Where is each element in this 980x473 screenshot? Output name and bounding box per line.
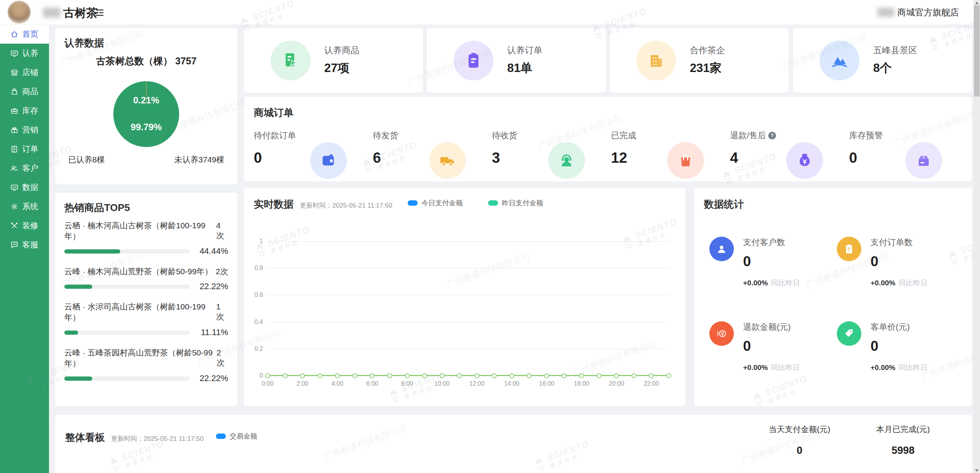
page-title: 古树茶 [63,5,98,21]
realtime-title: 实时数据 [254,198,294,211]
product-count: 4次 [216,221,228,241]
chart-gridline [268,349,669,349]
series-line [268,375,669,376]
top5-item: 云峰 · 楠木河高山荒野茶（树龄50-99年）2次 22.22% [64,266,228,291]
stat-label: 五峰县景区 [873,44,917,56]
sidebar-item-decorate[interactable]: 装修 [0,216,49,235]
today-payment-stat: 当天支付金额(元) 0 [769,424,830,457]
top5-item: 云峰 · 五峰茶园村高山荒野茶（树龄50-99年）2次 22.22% [64,347,228,383]
sidebar-item-system[interactable]: 系统 [0,197,49,216]
title-blurred-part [43,8,60,18]
refund-help-icon[interactable]: ? [768,132,776,139]
stat-label: 合作茶企 [690,44,725,56]
headset-person-icon [548,142,585,179]
sidebar-item-customers[interactable]: 客户 [0,159,49,178]
data-point-marker [579,373,584,378]
x-axis-tick-label: 2:00 [297,380,309,387]
data-point-marker [509,373,514,378]
y-axis-tick-label: 0.2 [255,345,263,352]
data-point-marker [283,373,287,378]
adopt-goods-icon [271,41,310,80]
sidebar-item-data[interactable]: 数据 [0,178,49,197]
sidebar-item-stock[interactable]: 库存 [0,101,49,120]
stat-avg-price: 客单价(元) 0 +0.00%同比昨日 [837,311,964,395]
legend-today-amount[interactable]: 今日支付金额 [408,198,463,208]
x-axis-tick-label: 10:00 [434,380,450,387]
data-point-marker [492,373,497,378]
scroll-up-arrow[interactable] [973,0,980,5]
scrollbar-thumb[interactable] [974,5,980,97]
data-point-marker [370,373,375,378]
stat-label: 认养订单 [507,44,542,56]
sidebar-item-orders[interactable]: 订单 [0,139,49,159]
x-axis-tick-label: 0:00 [261,380,273,387]
x-axis-tick-label: 6:00 [366,380,378,387]
realtime-update-time: 更新时间：2025-05-21 11:17:50 [300,201,392,210]
customers-icon [10,164,19,173]
realtime-line-chart: 00.20.40.60.810:002:004:006:008:0010:001… [268,241,669,376]
shop-name-blurred-part [877,8,894,17]
header-shop-info: 商城官方旗舰店 [877,0,959,25]
sidebar-item-adopt[interactable]: 认养 [0,44,49,63]
y-axis-tick-label: 0.6 [255,291,263,298]
product-count: 2次 [217,348,228,368]
sidebar-collapse-icon[interactable] [94,7,105,18]
overview-update-time: 更新时间：2025-05-21 11:17:50 [111,434,204,443]
data-point-marker [474,373,479,378]
scroll-down-arrow[interactable] [973,468,980,473]
x-axis-tick-label: 8:00 [401,380,413,387]
x-axis-tick-label: 22:00 [644,380,659,387]
page-scrollbar[interactable] [973,0,980,473]
y-axis-tick-label: 0 [260,372,263,379]
sidebar-item-marketing[interactable]: 营销 [0,120,49,139]
stat-value: 27项 [324,60,359,76]
data-point-marker [300,373,305,378]
sidebar-item-goods[interactable]: 商品 [0,82,49,101]
sidebar-item-service[interactable]: 客服 [0,235,49,254]
data-point-marker [544,373,549,378]
pay-customer-icon [709,237,734,261]
stat-pay-orders: 支付订单数 0 +0.00%同比昨日 [837,226,964,311]
stat-value: 8个 [873,60,917,76]
y-axis-tick-label: 0.4 [255,319,263,326]
x-axis-tick-label: 14:00 [504,380,519,387]
data-point-marker [562,373,567,378]
product-name: 云峰 · 楠木河高山荒野茶（树龄50-99年） [64,266,212,277]
x-axis-tick-label: 20:00 [609,380,624,387]
refund-amount-icon [709,321,734,346]
adopt-orders-icon [454,41,493,80]
progress-bar [64,376,190,381]
home-icon [10,30,19,39]
data-point-marker [422,373,427,378]
progress-bar [64,331,190,335]
overview-title: 整体看板 [65,431,105,444]
adoption-pie-chart: 0.21% 99.79% [113,81,179,147]
data-point-marker [317,373,322,378]
product-name: 云峰 · 五峰茶园村高山荒野茶（树龄50-99年） [64,347,217,369]
data-point-marker [631,373,636,378]
stat-value: 81单 [507,60,542,76]
sidebar-item-store[interactable]: 店铺 [0,63,49,82]
truck-icon [429,142,466,179]
tea-tree-total: 古茶树总数（棵） 3757 [55,55,237,67]
app-logo [8,1,31,24]
legend-transaction-amount[interactable]: 交易金额 [216,432,257,441]
stock-icon [10,106,19,115]
mall-stat-pending-payment: 待付款订单 0 [254,130,373,166]
stat-refund-amount: 退款金额(元) 0 +0.00%同比昨日 [709,311,837,395]
adopted-count-label: 已认养8棵 [68,154,105,165]
stat-card-scenic-spots: 五峰县景区 8个 [793,28,972,93]
stat-card-adopt-orders: 认养订单 81单 [427,28,606,93]
product-percent: 44.44% [195,246,228,256]
legend-yesterday-amount[interactable]: 昨日支付金额 [488,198,543,208]
goods-icon [10,87,19,96]
system-icon [10,202,19,211]
decorate-icon [10,221,19,230]
top5-title: 热销商品TOP5 [64,201,130,214]
data-point-marker [527,373,532,378]
x-axis-tick-label: 16:00 [539,380,554,387]
mall-stat-stock-warning: 库存预警 0 [849,130,968,166]
adoption-card-title: 认养数据 [64,36,104,50]
sidebar-item-home[interactable]: 首页 [0,25,49,44]
data-point-marker [335,373,340,378]
